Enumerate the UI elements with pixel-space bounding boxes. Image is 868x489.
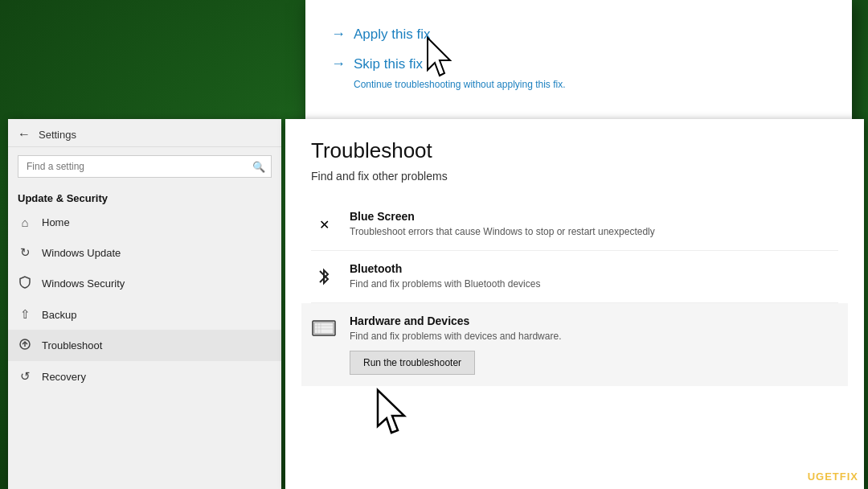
main-panel: Troubleshoot Find and fix other problems… — [285, 119, 864, 489]
section-subtitle: Find and fix other problems — [311, 170, 838, 183]
bluetooth-title: Bluetooth — [350, 262, 540, 275]
search-box[interactable]: 🔍 — [18, 155, 272, 178]
sidebar-item-troubleshoot-label: Troubleshoot — [42, 339, 102, 351]
skip-fix-arrow: → — [331, 55, 346, 72]
sidebar-item-recovery[interactable]: ↺ Recovery — [8, 361, 281, 392]
main-content: Troubleshoot Find and fix other problems… — [285, 119, 864, 405]
update-icon: ↻ — [18, 245, 32, 260]
skip-fix-link[interactable]: Skip this fix — [354, 56, 423, 72]
troubleshoot-icon — [18, 338, 32, 353]
watermark-prefix: U — [808, 471, 816, 483]
titlebar: ← Settings — [8, 119, 281, 147]
skip-fix-sublabel: Continue troubleshooting without applyin… — [331, 79, 826, 90]
watermark-highlight: GET — [816, 471, 840, 483]
home-icon: ⌂ — [18, 216, 32, 229]
sidebar-item-backup[interactable]: ⇧ Backup — [8, 299, 281, 330]
watermark: UGETFIX — [808, 471, 858, 483]
bluescreen-title: Blue Screen — [350, 210, 655, 223]
apply-fix-arrow: → — [331, 26, 346, 43]
bluetooth-text: Bluetooth Find and fix problems with Blu… — [350, 262, 540, 291]
bluetooth-description: Find and fix problems with Bluetooth dev… — [350, 277, 540, 291]
sidebar-item-recovery-label: Recovery — [42, 371, 86, 383]
hardware-title: Hardware and Devices — [350, 314, 561, 327]
back-button[interactable]: ← — [18, 127, 31, 142]
recovery-icon: ↺ — [18, 369, 32, 384]
sidebar-item-home-label: Home — [42, 216, 70, 228]
bluescreen-icon: ✕ — [311, 212, 337, 237]
sidebar-item-windows-security[interactable]: Windows Security — [8, 268, 281, 299]
security-icon — [18, 276, 32, 291]
apply-fix-link[interactable]: Apply this fix — [354, 27, 430, 43]
watermark-suffix: FIX — [840, 471, 858, 483]
section-header: Update & Security — [8, 186, 281, 208]
search-input[interactable] — [18, 155, 272, 178]
window-title: Settings — [39, 129, 76, 141]
devices-icon — [311, 316, 337, 342]
svg-rect-4 — [314, 323, 334, 334]
page-title: Troubleshoot — [311, 138, 838, 163]
sidebar-item-windows-security-label: Windows Security — [42, 277, 125, 290]
sidebar-item-windows-update-label: Windows Update — [42, 247, 121, 259]
hardware-description: Find and fix problems with devices and h… — [350, 330, 561, 343]
bluescreen-text: Blue Screen Troubleshoot errors that cau… — [350, 210, 655, 239]
sidebar-item-home[interactable]: ⌂ Home — [8, 208, 281, 237]
skip-fix-item[interactable]: → Skip this fix — [331, 49, 826, 79]
apply-fix-item[interactable]: → Apply this fix — [331, 19, 826, 49]
troubleshoot-item-bluetooth[interactable]: Bluetooth Find and fix problems with Blu… — [311, 251, 838, 303]
bluetooth-icon — [311, 264, 337, 290]
sidebar-item-troubleshoot[interactable]: Troubleshoot — [8, 330, 281, 361]
sidebar-item-windows-update[interactable]: ↻ Windows Update — [8, 237, 281, 268]
settings-window: ← Settings 🔍 Update & Security ⌂ Home ↻ … — [8, 119, 281, 489]
search-icon: 🔍 — [252, 161, 265, 173]
sidebar-item-backup-label: Backup — [42, 309, 76, 321]
backup-icon: ⇧ — [18, 307, 32, 322]
troubleshoot-item-bluescreen[interactable]: ✕ Blue Screen Troubleshoot errors that c… — [311, 199, 838, 251]
troubleshoot-item-hardware[interactable]: Hardware and Devices Find and fix proble… — [301, 303, 848, 387]
bluescreen-description: Troubleshoot errors that cause Windows t… — [350, 225, 655, 239]
run-troubleshooter-button[interactable]: Run the troubleshooter — [350, 351, 475, 375]
hardware-text: Hardware and Devices Find and fix proble… — [350, 314, 561, 376]
